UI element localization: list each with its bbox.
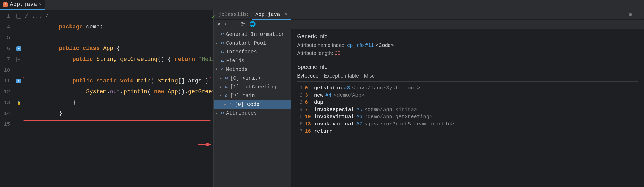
tree-label-main-code: [0] Code — [235, 101, 259, 107]
gutter-6 — [14, 46, 23, 51]
tree-label-interfaces: Interfaces — [226, 49, 257, 55]
bytecode-table: 1 0 getstatic #3 <java/lang/System.out> … — [297, 84, 638, 135]
bc-arg-1: #3 — [344, 85, 350, 91]
editor-tab-label: App.java — [10, 1, 37, 8]
bytecode-row-4: 4 7 invokespecial #5 <demo/App.<init>> — [297, 106, 638, 113]
fold-btn-1[interactable]: + — [16, 14, 21, 19]
settings-icon[interactable]: ⚙ — [629, 11, 632, 18]
generic-info-title: Generic info — [297, 33, 638, 40]
jclasslib-toolbar: ✕ ← → ⟳ 🌐 — [214, 20, 644, 29]
bc-offset-4: 7 — [305, 107, 312, 113]
tree-label-fields: Fields — [226, 58, 245, 64]
gutter-13: 🔒 — [14, 97, 23, 108]
jclasslib-panel: jclasslib: App.java × ⚙ ⋮ ✕ ← → ⟳ 🌐 🗂 — [214, 10, 644, 187]
bc-linenum-6: 6 — [297, 121, 303, 127]
jclasslib-tab-name: App.java — [255, 12, 280, 18]
bytecode-row-1: 1 0 getstatic #3 <java/lang/System.out> — [297, 84, 638, 91]
line-num-6: 6 — [0, 43, 14, 54]
jclasslib-label: jclasslib: — [216, 12, 251, 18]
bc-linenum-1: 1 — [297, 85, 303, 91]
bc-instr-6: invokevirtual — [314, 121, 354, 127]
bytecode-row-6: 6 13 invokevirtual #7 <java/io/PrintStre… — [297, 120, 638, 128]
fold-btn-7[interactable]: + — [16, 57, 21, 62]
line-num-15: 15 — [0, 119, 14, 130]
folder-icon-getgreeting: 🗂 — [225, 85, 229, 89]
bytecode-tab-exception[interactable]: Exception table — [324, 73, 359, 80]
line-num-14: 14 — [0, 108, 14, 119]
bytecode-row-5: 5 10 invokevirtual #6 <demo/App.getGreet… — [297, 113, 638, 120]
folder-icon-constant: 🗂 — [221, 41, 224, 45]
attr-name-row: Attribute name index: cp_info #11 <Code> — [297, 42, 638, 48]
toolbar-back-btn[interactable]: ← — [224, 21, 229, 28]
bc-arg-2: #4 — [325, 92, 332, 98]
bytecode-row-3: 3 6 dup — [297, 99, 638, 106]
tree-item-main[interactable]: ▼ 🗂 [2] main — [214, 91, 291, 100]
red-arrow-svg — [198, 139, 214, 150]
attr-name-code: <Code> — [375, 42, 394, 48]
jclasslib-tab-close[interactable]: × — [285, 12, 288, 18]
bc-offset-6: 13 — [305, 121, 312, 127]
tree-item-general-info[interactable]: 🗂 General Information — [214, 30, 291, 39]
code-line-15: 15 — [0, 119, 213, 130]
expand-arrow-methods: ▼ — [216, 67, 219, 71]
bytecode-tab-bytecode[interactable]: Bytecode — [297, 73, 318, 80]
expand-arrow-attributes: ▶ — [216, 111, 219, 115]
editor-tab[interactable]: J App.java × — [0, 0, 45, 10]
line-num-12: 12 — [0, 87, 14, 97]
line-num-13: 13 — [0, 97, 14, 108]
code-line-11: 11 public static void main( String[] arg… — [0, 76, 213, 87]
tree-item-init[interactable]: ▶ 🗂 [0] <init> — [214, 74, 291, 82]
jclasslib-content: 🗂 General Information ▶ 🗂 Constant Pool … — [214, 29, 644, 187]
more-icon[interactable]: ⋮ — [638, 11, 644, 18]
bc-comment-6: <java/io/PrintStream.println> — [364, 121, 454, 127]
line-num-7: 7 — [0, 54, 14, 65]
expand-arrow-main: ▼ — [220, 94, 223, 97]
bc-linenum-5: 5 — [297, 114, 303, 120]
green-check: ✓ — [212, 13, 215, 20]
tree-item-attributes[interactable]: ▶ 🗂 Attributes — [214, 109, 291, 117]
line-num-11: 11 — [0, 76, 14, 87]
tree-item-methods[interactable]: ▼ 🗂 Methods — [214, 65, 291, 74]
tree-item-fields[interactable]: 🗂 Fields — [214, 56, 291, 65]
detail-panel: Generic info Attribute name index: cp_in… — [291, 29, 644, 187]
tree-item-getgreeting[interactable]: ▶ 🗂 [1] getGreeting — [214, 82, 291, 91]
tree-item-main-code[interactable]: ▶ 🗂 [0] Code — [214, 100, 291, 109]
jclasslib-file-tab[interactable]: App.java × — [252, 10, 291, 20]
line-content-11: public static void main( String[] args )… — [23, 65, 214, 97]
code-lines: 1 + / ... / 4 package demo; 5 — [0, 10, 213, 130]
bc-comment-5: <demo/App.getGreeting> — [364, 114, 432, 120]
bc-instr-3: dup — [314, 99, 323, 105]
java-file-icon: J — [3, 2, 8, 7]
editor-tab-close[interactable]: × — [39, 2, 42, 7]
code-line-7: 7 + public String getGreeting() { return… — [0, 54, 213, 65]
bc-arg-6: #7 — [356, 121, 362, 127]
bc-offset-1: 0 — [305, 85, 312, 91]
line-num-1: 1 — [0, 11, 14, 22]
bc-offset-5: 10 — [305, 114, 312, 120]
tree-label-getgreeting: [1] getGreeting — [230, 84, 276, 90]
jclasslib-tabs: jclasslib: App.java × ⚙ ⋮ — [214, 10, 644, 20]
toolbar-refresh-btn[interactable]: ⟳ — [239, 20, 246, 28]
main-layout: 1 + / ... / 4 package demo; 5 — [0, 10, 644, 187]
tree-label-attributes: Attributes — [226, 110, 257, 116]
tree-item-constant-pool[interactable]: ▶ 🗂 Constant Pool — [214, 39, 291, 47]
folder-icon-fields: 🗂 — [221, 58, 224, 63]
expand-arrow-constant: ▶ — [216, 41, 219, 45]
code-line-4: 4 package demo; — [0, 22, 213, 32]
code-editor: 1 + / ... / 4 package demo; 5 — [0, 10, 214, 187]
attr-length-row: Attribute length: 63 — [297, 50, 638, 56]
run-btn-6[interactable] — [16, 46, 21, 51]
gutter-1: + — [14, 14, 23, 19]
lock-icon: 🔒 — [17, 97, 21, 108]
bytecode-tab-misc[interactable]: Misc — [364, 73, 375, 80]
tree-label-general: General Information — [226, 31, 285, 37]
toolbar-close-btn[interactable]: ✕ — [216, 20, 221, 28]
bc-instr-2: new — [314, 92, 323, 98]
folder-icon-init: 🗂 — [225, 76, 229, 80]
toolbar-globe-btn[interactable]: 🌐 — [248, 20, 257, 28]
attr-name-value: cp_info #11 — [347, 42, 374, 48]
tree-item-interfaces[interactable]: 🗂 Interfaces — [214, 47, 291, 56]
run-btn-11[interactable] — [16, 79, 21, 83]
bc-arg-5: #6 — [356, 114, 362, 120]
toolbar-forward-btn[interactable]: → — [232, 21, 237, 28]
